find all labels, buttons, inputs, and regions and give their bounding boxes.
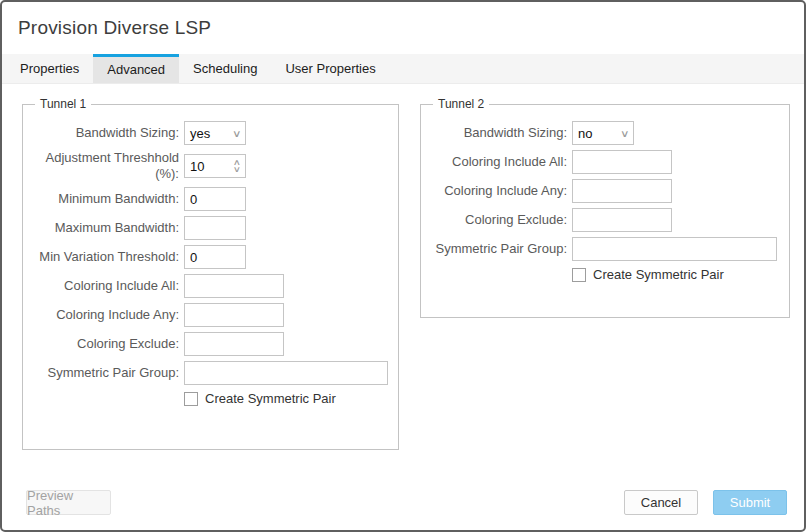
- tab-advanced[interactable]: Advanced: [93, 54, 179, 83]
- minimum-bandwidth-label: Minimum Bandwidth:: [31, 191, 179, 207]
- field-row: Coloring Include Any:: [429, 179, 781, 203]
- create-symmetric-pair-label: Create Symmetric Pair: [593, 267, 724, 282]
- tab-bar: Properties Advanced Scheduling User Prop…: [2, 54, 804, 84]
- submit-button[interactable]: Submit: [713, 490, 787, 515]
- checkbox-row: Create Symmetric Pair: [31, 391, 390, 406]
- field-row: Coloring Exclude:: [429, 208, 781, 232]
- spinner-value: 10: [190, 159, 204, 174]
- field-row: Adjustment Threshhold (%): 10 ∧ ∨: [31, 150, 390, 182]
- checkbox-row: Create Symmetric Pair: [429, 267, 781, 282]
- select-value: no: [578, 126, 592, 141]
- adjustment-threshold-spinner[interactable]: 10 ∧ ∨: [184, 154, 246, 178]
- bandwidth-sizing-label: Bandwidth Sizing:: [31, 125, 179, 141]
- chevron-down-icon[interactable]: ∨: [233, 166, 241, 173]
- min-variation-threshold-label: Min Variation Threshold:: [31, 249, 179, 265]
- create-symmetric-pair-label: Create Symmetric Pair: [205, 391, 336, 406]
- field-row: Coloring Include All:: [31, 274, 390, 298]
- coloring-exclude-label: Coloring Exclude:: [31, 336, 179, 352]
- coloring-include-any-input[interactable]: [184, 303, 284, 327]
- symmetric-pair-group-label: Symmetric Pair Group:: [31, 365, 179, 381]
- maximum-bandwidth-label: Maximum Bandwidth:: [31, 220, 179, 236]
- select-value: yes: [190, 126, 210, 141]
- field-row: Symmetric Pair Group:: [429, 237, 781, 261]
- coloring-include-any-label: Coloring Include Any:: [429, 183, 567, 199]
- field-row: Min Variation Threshold:: [31, 245, 390, 269]
- field-row: Minimum Bandwidth:: [31, 187, 390, 211]
- tab-user-properties[interactable]: User Properties: [271, 54, 389, 83]
- cancel-button[interactable]: Cancel: [624, 490, 698, 515]
- field-row: Coloring Include All:: [429, 150, 781, 174]
- chevron-down-icon: ∨: [232, 128, 242, 139]
- coloring-include-any-label: Coloring Include Any:: [31, 307, 179, 323]
- create-symmetric-pair-checkbox[interactable]: [572, 268, 586, 282]
- tunnel-1-group: Tunnel 1 Bandwidth Sizing: yes ∨ Adjustm…: [22, 97, 399, 450]
- field-row: Coloring Exclude:: [31, 332, 390, 356]
- symmetric-pair-group-input[interactable]: [184, 361, 388, 385]
- field-row: Bandwidth Sizing: yes ∨: [31, 121, 390, 145]
- field-row: Bandwidth Sizing: no ∨: [429, 121, 781, 145]
- provision-diverse-lsp-dialog: Provision Diverse LSP Properties Advance…: [0, 0, 806, 532]
- symmetric-pair-group-input[interactable]: [572, 237, 777, 261]
- tunnel-2-legend: Tunnel 2: [433, 97, 489, 111]
- min-variation-threshold-input[interactable]: [184, 245, 246, 269]
- create-symmetric-pair-checkbox[interactable]: [184, 392, 198, 406]
- coloring-exclude-input[interactable]: [184, 332, 284, 356]
- page-title: Provision Diverse LSP: [18, 17, 211, 39]
- tunnel-1-legend: Tunnel 1: [35, 97, 91, 111]
- coloring-include-all-input[interactable]: [572, 150, 672, 174]
- coloring-include-any-input[interactable]: [572, 179, 672, 203]
- coloring-include-all-label: Coloring Include All:: [429, 154, 567, 170]
- field-row: Symmetric Pair Group:: [31, 361, 390, 385]
- bandwidth-sizing-label: Bandwidth Sizing:: [429, 125, 567, 141]
- coloring-include-all-label: Coloring Include All:: [31, 278, 179, 294]
- field-row: Coloring Include Any:: [31, 303, 390, 327]
- adjustment-threshold-label: Adjustment Threshhold (%):: [31, 150, 179, 182]
- coloring-exclude-input[interactable]: [572, 208, 672, 232]
- tab-scheduling[interactable]: Scheduling: [179, 54, 271, 83]
- chevron-down-icon: ∨: [620, 128, 630, 139]
- minimum-bandwidth-input[interactable]: [184, 187, 246, 211]
- bandwidth-sizing-select[interactable]: yes ∨: [184, 121, 246, 145]
- bandwidth-sizing-select[interactable]: no ∨: [572, 121, 634, 145]
- tunnel-2-group: Tunnel 2 Bandwidth Sizing: no ∨ Coloring…: [420, 97, 790, 318]
- preview-paths-button[interactable]: Preview Paths: [26, 490, 111, 515]
- coloring-exclude-label: Coloring Exclude:: [429, 212, 567, 228]
- maximum-bandwidth-input[interactable]: [184, 216, 246, 240]
- field-row: Maximum Bandwidth:: [31, 216, 390, 240]
- coloring-include-all-input[interactable]: [184, 274, 284, 298]
- tab-properties[interactable]: Properties: [6, 54, 93, 83]
- symmetric-pair-group-label: Symmetric Pair Group:: [429, 241, 567, 257]
